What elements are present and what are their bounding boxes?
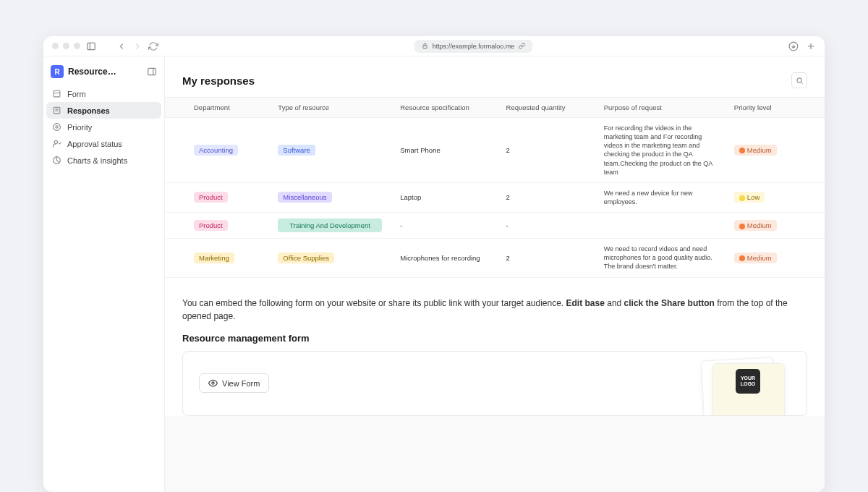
sidebar-item-approval[interactable]: Approval status (46, 135, 161, 152)
dept-tag: Product (194, 220, 228, 231)
type-tag: Software (278, 145, 315, 156)
titlebar: https://example.formaloo.me (43, 36, 825, 56)
sidebar-item-charts[interactable]: Charts & insights (46, 152, 161, 169)
svg-point-16 (54, 140, 57, 143)
svg-point-14 (56, 126, 58, 128)
table-row[interactable]: Marketing Office Supplies Microphones fo… (165, 239, 825, 277)
eye-icon (208, 378, 218, 388)
qty-cell: - (499, 213, 597, 239)
view-form-button[interactable]: View Form (199, 373, 269, 393)
spec-cell: Microphones for recording (393, 239, 498, 277)
responses-table: Department Type of resource Resource spe… (165, 97, 825, 278)
qty-cell: 2 (499, 182, 597, 212)
embed-section: You can embed the following form on your… (165, 278, 825, 416)
url-text: https://example.formaloo.me (433, 43, 515, 50)
sidebar-item-responses[interactable]: Responses (46, 102, 161, 119)
purpose-cell: We need to record videos and need microp… (604, 245, 716, 271)
table-row[interactable]: Accounting Software Smart Phone 2 For re… (165, 118, 825, 183)
col-type[interactable]: Type of resource (271, 98, 393, 118)
svg-rect-0 (88, 43, 95, 49)
sidebar-item-label: Charts & insights (67, 156, 127, 165)
url-bar[interactable]: https://example.formaloo.me (414, 40, 533, 53)
col-spec[interactable]: Resource specification (393, 98, 498, 118)
dept-tag: Accounting (194, 145, 238, 156)
app-window: https://example.formaloo.me R Resource… … (43, 36, 825, 492)
col-priority[interactable]: Priority level (727, 98, 825, 118)
priority-tag: Medium (734, 145, 777, 156)
app-title: Resource… (68, 67, 142, 77)
search-icon (796, 77, 804, 85)
new-tab-icon[interactable] (806, 41, 816, 51)
form-preview: YOUR LOGO (698, 359, 785, 416)
sidebar-toggle-icon[interactable] (86, 41, 96, 51)
svg-point-18 (796, 77, 801, 82)
svg-line-19 (801, 82, 802, 83)
lock-icon (422, 43, 428, 49)
sidebar-item-label: Approval status (67, 140, 122, 148)
sidebar-item-form[interactable]: Form (46, 85, 161, 102)
type-tag: Miscellaneous (278, 192, 331, 203)
collapse-icon[interactable] (147, 67, 157, 77)
form-icon (52, 89, 61, 98)
charts-icon (52, 156, 61, 165)
table-row[interactable]: Product Miscellaneous Laptop 2 We need a… (165, 182, 825, 212)
form-title: Resource management form (182, 333, 807, 344)
search-button[interactable] (791, 72, 807, 88)
back-button[interactable] (116, 41, 127, 51)
dept-tag: Marketing (194, 253, 234, 263)
link-icon (519, 43, 525, 49)
embed-text: You can embed the following form on your… (182, 297, 807, 323)
spec-cell: - (393, 213, 498, 239)
responses-icon (52, 106, 61, 115)
logo-placeholder: YOUR LOGO (736, 369, 760, 394)
download-icon[interactable] (788, 41, 799, 51)
forward-button[interactable] (132, 41, 142, 51)
sidebar-header: R Resource… (46, 61, 161, 85)
qty-cell: 2 (499, 239, 597, 277)
type-tag: Training And Development (278, 219, 382, 232)
spec-cell: Laptop (393, 182, 498, 212)
svg-rect-7 (148, 68, 156, 75)
reload-button[interactable] (148, 41, 158, 51)
priority-icon (52, 122, 61, 132)
col-purpose[interactable]: Purpose of request (597, 98, 727, 118)
approval-icon (52, 139, 61, 148)
sidebar-item-priority[interactable]: Priority (46, 119, 161, 135)
page-title: My responses (182, 75, 255, 87)
priority-tag: Medium (734, 253, 777, 263)
svg-point-15 (54, 124, 61, 131)
svg-point-20 (212, 382, 214, 384)
spec-cell: Smart Phone (393, 118, 498, 183)
app-logo: R (51, 65, 64, 78)
view-form-label: View Form (222, 379, 260, 388)
purpose-cell: We need a new device for new employees. (604, 189, 716, 206)
sidebar: R Resource… Form Responses Priority Appr… (43, 56, 165, 492)
svg-rect-2 (423, 46, 427, 48)
col-qty[interactable]: Requested quantity (499, 98, 597, 118)
form-card: View Form YOUR LOGO (182, 351, 807, 416)
qty-cell: 2 (499, 118, 597, 183)
type-tag: Office Supplies (278, 253, 334, 263)
sidebar-item-label: Responses (67, 106, 110, 115)
table-row[interactable]: Product Training And Development - - Med… (165, 213, 825, 239)
sidebar-item-label: Form (67, 90, 86, 98)
svg-rect-9 (54, 90, 60, 97)
purpose-cell: For recording the videos in the marketin… (604, 124, 716, 177)
priority-tag: Medium (734, 220, 777, 231)
dept-tag: Product (194, 192, 228, 203)
main-content: My responses Department Type of resource… (165, 56, 825, 492)
sidebar-item-label: Priority (67, 123, 92, 132)
traffic-lights[interactable] (52, 43, 80, 49)
priority-tag: Low (734, 192, 765, 203)
col-department[interactable]: Department (165, 98, 271, 118)
